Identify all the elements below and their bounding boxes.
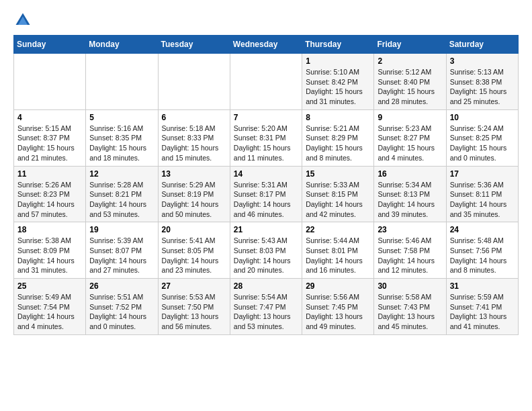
day-info: Sunrise: 5:31 AM Sunset: 8:17 PM Dayligh… [234, 180, 298, 220]
day-info: Sunrise: 5:33 AM Sunset: 8:15 PM Dayligh… [306, 180, 370, 220]
day-info: Sunrise: 5:36 AM Sunset: 8:11 PM Dayligh… [450, 180, 515, 220]
day-number: 20 [162, 225, 226, 234]
day-number: 31 [450, 281, 515, 291]
calendar-cell: 28Sunrise: 5:54 AM Sunset: 7:47 PM Dayli… [230, 279, 302, 335]
day-info: Sunrise: 5:15 AM Sunset: 8:37 PM Dayligh… [17, 124, 82, 163]
day-number: 29 [306, 281, 370, 291]
header-row: SundayMondayTuesdayWednesdayThursdayFrid… [14, 36, 519, 54]
day-info: Sunrise: 5:23 AM Sunset: 8:27 PM Dayligh… [378, 124, 442, 163]
calendar-table: SundayMondayTuesdayWednesdayThursdayFrid… [13, 35, 519, 335]
day-number: 16 [378, 169, 442, 179]
day-number: 4 [17, 113, 82, 122]
calendar-cell: 5Sunrise: 5:16 AM Sunset: 8:35 PM Daylig… [86, 109, 158, 166]
calendar-cell: 8Sunrise: 5:21 AM Sunset: 8:29 PM Daylig… [302, 109, 374, 166]
day-number: 30 [378, 281, 442, 291]
day-info: Sunrise: 5:24 AM Sunset: 8:25 PM Dayligh… [450, 124, 515, 163]
day-info: Sunrise: 5:49 AM Sunset: 7:54 PM Dayligh… [17, 292, 82, 332]
calendar-cell: 15Sunrise: 5:33 AM Sunset: 8:15 PM Dayli… [302, 166, 374, 222]
day-info: Sunrise: 5:13 AM Sunset: 8:38 PM Dayligh… [450, 67, 515, 107]
logo [13, 11, 35, 30]
day-number: 3 [450, 56, 515, 66]
calendar-cell: 1Sunrise: 5:10 AM Sunset: 8:42 PM Daylig… [302, 54, 374, 110]
day-number: 28 [234, 281, 298, 291]
day-info: Sunrise: 5:43 AM Sunset: 8:03 PM Dayligh… [234, 236, 298, 275]
header-day-friday: Friday [374, 36, 446, 54]
header-day-thursday: Thursday [302, 36, 374, 54]
day-number: 22 [306, 225, 370, 234]
day-info: Sunrise: 5:48 AM Sunset: 7:56 PM Dayligh… [450, 236, 515, 275]
calendar-row-3: 18Sunrise: 5:38 AM Sunset: 8:09 PM Dayli… [14, 222, 519, 279]
calendar-cell: 7Sunrise: 5:20 AM Sunset: 8:31 PM Daylig… [230, 109, 302, 166]
header-day-monday: Monday [86, 36, 158, 54]
day-info: Sunrise: 5:34 AM Sunset: 8:13 PM Dayligh… [378, 180, 442, 220]
calendar-cell: 31Sunrise: 5:59 AM Sunset: 7:41 PM Dayli… [446, 279, 518, 335]
day-info: Sunrise: 5:20 AM Sunset: 8:31 PM Dayligh… [234, 124, 298, 163]
header-day-sunday: Sunday [14, 36, 86, 54]
day-info: Sunrise: 5:26 AM Sunset: 8:23 PM Dayligh… [17, 180, 82, 220]
calendar-cell: 11Sunrise: 5:26 AM Sunset: 8:23 PM Dayli… [14, 166, 86, 222]
calendar-cell: 27Sunrise: 5:53 AM Sunset: 7:50 PM Dayli… [158, 279, 230, 335]
day-number: 9 [378, 113, 442, 122]
day-number: 26 [89, 281, 154, 291]
day-number: 12 [89, 169, 154, 179]
calendar-cell: 23Sunrise: 5:46 AM Sunset: 7:58 PM Dayli… [374, 222, 446, 279]
calendar-cell: 2Sunrise: 5:12 AM Sunset: 8:40 PM Daylig… [374, 54, 446, 110]
day-number: 10 [450, 113, 515, 122]
calendar-row-1: 4Sunrise: 5:15 AM Sunset: 8:37 PM Daylig… [14, 109, 519, 166]
day-number: 6 [162, 113, 226, 122]
day-info: Sunrise: 5:21 AM Sunset: 8:29 PM Dayligh… [306, 124, 370, 163]
calendar-cell: 18Sunrise: 5:38 AM Sunset: 8:09 PM Dayli… [14, 222, 86, 279]
day-number: 5 [89, 113, 154, 122]
day-info: Sunrise: 5:56 AM Sunset: 7:45 PM Dayligh… [306, 292, 370, 332]
header-day-tuesday: Tuesday [158, 36, 230, 54]
calendar-cell: 21Sunrise: 5:43 AM Sunset: 8:03 PM Dayli… [230, 222, 302, 279]
calendar-cell [14, 54, 86, 110]
calendar-header: SundayMondayTuesdayWednesdayThursdayFrid… [14, 36, 519, 54]
day-number: 17 [450, 169, 515, 179]
calendar-cell: 26Sunrise: 5:51 AM Sunset: 7:52 PM Dayli… [86, 279, 158, 335]
day-number: 27 [162, 281, 226, 291]
calendar-row-0: 1Sunrise: 5:10 AM Sunset: 8:42 PM Daylig… [14, 54, 519, 110]
day-number: 11 [17, 169, 82, 179]
day-number: 25 [17, 281, 82, 291]
day-info: Sunrise: 5:53 AM Sunset: 7:50 PM Dayligh… [162, 292, 226, 332]
calendar-cell: 19Sunrise: 5:39 AM Sunset: 8:07 PM Dayli… [86, 222, 158, 279]
day-number: 15 [306, 169, 370, 179]
calendar-row-2: 11Sunrise: 5:26 AM Sunset: 8:23 PM Dayli… [14, 166, 519, 222]
day-number: 14 [234, 169, 298, 179]
calendar-cell: 10Sunrise: 5:24 AM Sunset: 8:25 PM Dayli… [446, 109, 518, 166]
calendar-cell: 16Sunrise: 5:34 AM Sunset: 8:13 PM Dayli… [374, 166, 446, 222]
calendar-cell: 20Sunrise: 5:41 AM Sunset: 8:05 PM Dayli… [158, 222, 230, 279]
day-number: 2 [378, 56, 442, 66]
header-day-saturday: Saturday [446, 36, 518, 54]
day-info: Sunrise: 5:16 AM Sunset: 8:35 PM Dayligh… [89, 124, 154, 163]
calendar-cell: 17Sunrise: 5:36 AM Sunset: 8:11 PM Dayli… [446, 166, 518, 222]
day-info: Sunrise: 5:28 AM Sunset: 8:21 PM Dayligh… [89, 180, 154, 220]
day-info: Sunrise: 5:44 AM Sunset: 8:01 PM Dayligh… [306, 236, 370, 275]
day-info: Sunrise: 5:46 AM Sunset: 7:58 PM Dayligh… [378, 236, 442, 275]
day-number: 24 [450, 225, 515, 234]
day-info: Sunrise: 5:58 AM Sunset: 7:43 PM Dayligh… [378, 292, 442, 332]
calendar-body: 1Sunrise: 5:10 AM Sunset: 8:42 PM Daylig… [14, 54, 519, 335]
calendar-cell [230, 54, 302, 110]
calendar-cell: 22Sunrise: 5:44 AM Sunset: 8:01 PM Dayli… [302, 222, 374, 279]
calendar-cell [86, 54, 158, 110]
day-info: Sunrise: 5:18 AM Sunset: 8:33 PM Dayligh… [162, 124, 226, 163]
calendar-cell: 12Sunrise: 5:28 AM Sunset: 8:21 PM Dayli… [86, 166, 158, 222]
calendar-cell: 30Sunrise: 5:58 AM Sunset: 7:43 PM Dayli… [374, 279, 446, 335]
day-info: Sunrise: 5:41 AM Sunset: 8:05 PM Dayligh… [162, 236, 226, 275]
calendar-cell: 4Sunrise: 5:15 AM Sunset: 8:37 PM Daylig… [14, 109, 86, 166]
calendar-cell: 14Sunrise: 5:31 AM Sunset: 8:17 PM Dayli… [230, 166, 302, 222]
page-header [13, 11, 519, 30]
day-number: 7 [234, 113, 298, 122]
calendar-cell: 24Sunrise: 5:48 AM Sunset: 7:56 PM Dayli… [446, 222, 518, 279]
calendar-cell: 9Sunrise: 5:23 AM Sunset: 8:27 PM Daylig… [374, 109, 446, 166]
day-number: 13 [162, 169, 226, 179]
day-number: 19 [89, 225, 154, 234]
calendar-row-4: 25Sunrise: 5:49 AM Sunset: 7:54 PM Dayli… [14, 279, 519, 335]
calendar-cell: 6Sunrise: 5:18 AM Sunset: 8:33 PM Daylig… [158, 109, 230, 166]
calendar-cell: 13Sunrise: 5:29 AM Sunset: 8:19 PM Dayli… [158, 166, 230, 222]
calendar-cell: 25Sunrise: 5:49 AM Sunset: 7:54 PM Dayli… [14, 279, 86, 335]
day-info: Sunrise: 5:54 AM Sunset: 7:47 PM Dayligh… [234, 292, 298, 332]
day-info: Sunrise: 5:29 AM Sunset: 8:19 PM Dayligh… [162, 180, 226, 220]
